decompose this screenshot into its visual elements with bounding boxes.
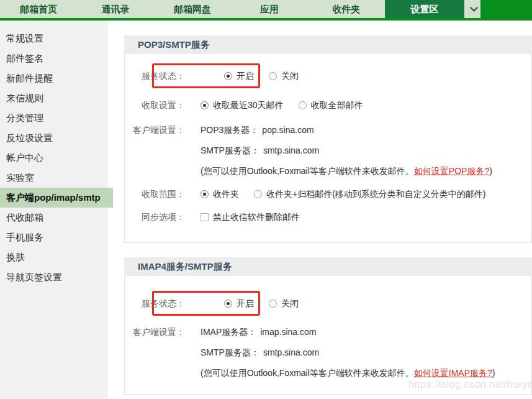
radio-off-icon[interactable]	[299, 101, 307, 109]
pop3-smtp-section: POP3/SMTP服务 服务状态： 开启 关闭 收取设置：	[124, 35, 532, 243]
smtp-server-line: SMTP服务器： smtp.sina.com	[201, 347, 495, 358]
pop3-status-off-label: 关闭	[281, 70, 299, 81]
pop3-sync-option-row: 同步选项： 禁止收信软件删除邮件	[125, 211, 531, 222]
pop3-status-on-option[interactable]: 开启	[224, 70, 254, 81]
fetch-range-label: 收取范围：	[125, 188, 185, 200]
pop3-section-body: 服务状态： 开启 关闭 收取设置： 收取	[124, 54, 532, 243]
pop3-service-status-row: 服务状态： 开启 关闭	[125, 70, 531, 81]
pop3-server-line: POP3服务器： pop.sina.com	[201, 124, 492, 135]
imap4-smtp-section: IMAP4服务/SMTP服务 服务状态： 开启 关闭 客户端设置：	[124, 257, 532, 395]
pop3-server-value: pop.sina.com	[262, 124, 313, 135]
nav-tab-settings-active[interactable]: 设置区	[385, 0, 464, 18]
nav-tab-inbox[interactable]: 收件夹	[308, 0, 385, 18]
sidebar-item-mobile-service[interactable]: 手机服务	[0, 227, 108, 247]
settings-sidebar: 常规设置 邮件签名 新邮件提醒 来信规则 分类管理 反垃圾设置 帐户中心 实验室…	[0, 21, 108, 399]
how-to-set-imap-link[interactable]: 如何设置IMAP服务?	[414, 367, 492, 378]
sidebar-item-new-mail-alert[interactable]: 新邮件提醒	[0, 68, 108, 88]
imap4-status-on-label: 开启	[237, 298, 254, 309]
nav-tab-apps[interactable]: 应用	[231, 0, 308, 18]
top-nav: 邮箱首页 通讯录 邮箱网盘 应用 收件夹 设置区	[0, 0, 532, 21]
radio-off-icon[interactable]	[269, 300, 277, 308]
fetch-all-mail-option[interactable]: 收取全部邮件	[299, 99, 363, 111]
imap-server-value: imap.sina.com	[260, 326, 316, 337]
radio-on-icon[interactable]	[224, 300, 232, 308]
service-status-label: 服务状态：	[125, 70, 185, 81]
note-text: (您可以使用Outlook,Foxmail等客户端软件来收发邮件。	[201, 165, 414, 177]
sidebar-item-fetch-mailbox[interactable]: 代收邮箱	[0, 208, 108, 227]
settings-dropdown-button[interactable]	[467, 2, 480, 16]
radio-off-icon[interactable]	[269, 72, 277, 80]
csdn-watermark: https://blog.csdn.net/huryer	[408, 379, 532, 390]
radio-on-icon[interactable]	[201, 190, 209, 198]
sync-option-label: 同步选项：	[125, 211, 185, 222]
imap4-status-off-option[interactable]: 关闭	[269, 298, 299, 309]
range-inbox-archive-option[interactable]: 收件夹+归档邮件(移动到系统分类和自定义分类中的邮件)	[254, 188, 486, 200]
pop3-section-title: POP3/SMTP服务	[124, 35, 532, 54]
nav-tab-netdisk[interactable]: 邮箱网盘	[154, 0, 231, 18]
pop3-client-settings-row: 客户端设置： POP3服务器： pop.sina.com SMTP服务器： sm…	[125, 124, 531, 177]
client-settings-label: 客户端设置：	[125, 124, 185, 135]
nav-tab-contacts[interactable]: 通讯录	[77, 0, 154, 18]
checkbox-unchecked-icon[interactable]	[201, 213, 209, 221]
fetch-recent-30days-label: 收取最近30天邮件	[213, 99, 284, 111]
fetch-recent-30days-option[interactable]: 收取最近30天邮件	[201, 99, 284, 111]
smtp-server-value: smtp.sina.com	[263, 145, 319, 156]
imap4-section-body: 服务状态： 开启 关闭 客户端设置： IMAP服务器：	[124, 276, 532, 395]
pop3-status-on-label: 开启	[237, 70, 254, 81]
imap4-status-on-option[interactable]: 开启	[224, 298, 254, 309]
range-inbox-archive-label: 收件夹+归档邮件(移动到系统分类和自定义分类中的邮件)	[266, 188, 486, 200]
note-text: (您可以使用Outlook,Foxmail等客户端软件来收发邮件。	[201, 367, 414, 378]
nav-filler	[480, 0, 532, 18]
imap4-service-status-row: 服务状态： 开启 关闭	[125, 298, 531, 309]
client-settings-label: 客户端设置：	[125, 326, 185, 337]
sidebar-item-skin[interactable]: 换肤	[0, 247, 108, 267]
note-suffix: )	[489, 165, 492, 177]
imap-server-name: IMAP服务器：	[201, 326, 256, 337]
pop3-status-off-option[interactable]: 关闭	[269, 70, 299, 81]
forbid-delete-label: 禁止收信软件删除邮件	[213, 211, 300, 222]
pop3-fetch-range-row: 收取范围： 收件夹 收件夹+归档邮件(移动到系统分类和自定义分类中的邮件)	[125, 188, 531, 200]
nav-tab-mail-home[interactable]: 邮箱首页	[0, 0, 77, 18]
imap4-status-off-label: 关闭	[281, 298, 299, 309]
note-suffix: )	[492, 367, 495, 378]
radio-on-icon[interactable]	[224, 72, 232, 80]
radio-off-icon[interactable]	[254, 190, 262, 198]
sidebar-item-nav-tabs-setting[interactable]: 导航页签设置	[0, 267, 108, 287]
sidebar-item-account-center[interactable]: 帐户中心	[0, 148, 108, 168]
pop3-fetch-setting-row: 收取设置： 收取最近30天邮件 收取全部邮件	[125, 99, 531, 111]
smtp-server-name: SMTP服务器：	[201, 145, 259, 156]
imap-server-line: IMAP服务器： imap.sina.com	[201, 326, 495, 337]
smtp-server-name: SMTP服务器：	[201, 347, 259, 358]
pop3-client-note: (您可以使用Outlook,Foxmail等客户端软件来收发邮件。如何设置POP…	[201, 165, 492, 177]
imap4-section-title: IMAP4服务/SMTP服务	[124, 257, 532, 276]
range-inbox-label: 收件夹	[213, 188, 239, 200]
sidebar-item-signature[interactable]: 邮件签名	[0, 48, 108, 68]
radio-on-icon[interactable]	[201, 101, 209, 109]
sidebar-item-antispam[interactable]: 反垃圾设置	[0, 128, 108, 148]
smtp-server-value: smtp.sina.com	[263, 347, 319, 358]
sidebar-item-lab[interactable]: 实验室	[0, 168, 108, 188]
fetch-setting-label: 收取设置：	[125, 99, 185, 111]
how-to-set-pop-link[interactable]: 如何设置POP服务?	[414, 165, 489, 177]
forbid-delete-option[interactable]: 禁止收信软件删除邮件	[201, 211, 300, 222]
smtp-server-line: SMTP服务器： smtp.sina.com	[201, 145, 492, 156]
imap4-client-settings-row: 客户端设置： IMAP服务器： imap.sina.com SMTP服务器： s…	[125, 326, 531, 378]
sidebar-item-client-pop-imap-smtp[interactable]: 客户端pop/imap/smtp	[0, 188, 113, 208]
settings-main-panel: POP3/SMTP服务 服务状态： 开启 关闭 收取设置：	[124, 35, 532, 395]
imap4-client-note: (您可以使用Outlook,Foxmail等客户端软件来收发邮件。如何设置IMA…	[201, 367, 495, 378]
sidebar-item-incoming-rules[interactable]: 来信规则	[0, 88, 108, 108]
fetch-all-mail-label: 收取全部邮件	[311, 99, 363, 111]
sidebar-item-category[interactable]: 分类管理	[0, 108, 108, 128]
sidebar-item-general[interactable]: 常规设置	[0, 29, 108, 48]
range-inbox-option[interactable]: 收件夹	[201, 188, 239, 200]
pop3-server-name: POP3服务器：	[201, 124, 258, 135]
chevron-down-icon	[470, 4, 478, 12]
service-status-label: 服务状态：	[125, 298, 185, 309]
